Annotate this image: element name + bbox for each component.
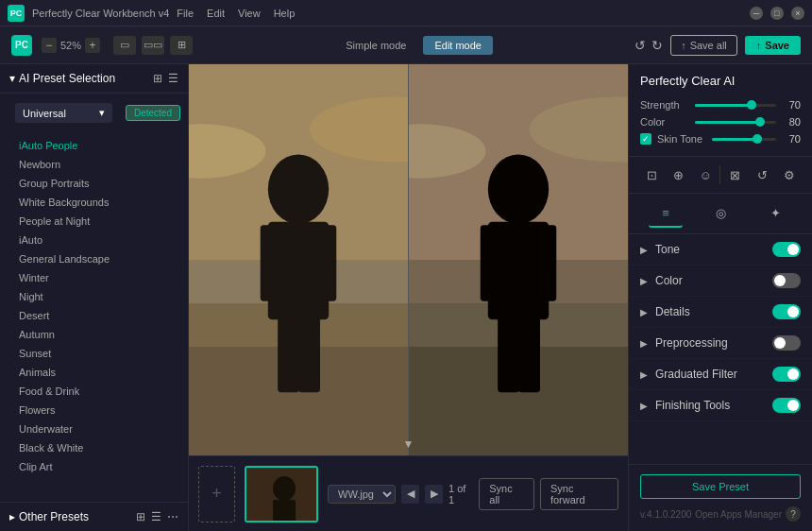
save-all-button[interactable]: ↑ Save all — [670, 35, 737, 56]
preprocessing-label: Preprocessing — [655, 336, 772, 350]
prev-image-button[interactable]: ◀ — [401, 485, 419, 504]
preset-item-white-backgrounds[interactable]: White Backgrounds — [0, 193, 188, 212]
sync-forward-button[interactable]: Sync forward — [540, 478, 618, 510]
split-view-button[interactable]: ▭▭ — [142, 36, 164, 55]
single-view-button[interactable]: ▭ — [113, 36, 136, 55]
preset-item-underwater[interactable]: Underwater — [0, 420, 188, 438]
skin-tone-slider[interactable] — [712, 138, 776, 141]
preset-item-black-white[interactable]: Black & White — [0, 438, 188, 457]
detected-button[interactable]: Detected — [126, 105, 180, 121]
details-row[interactable]: ▶ Details — [629, 297, 812, 328]
other-list-icon[interactable]: ☰ — [151, 510, 161, 523]
color-slider[interactable] — [695, 121, 776, 124]
graduated-filter-toggle[interactable] — [772, 367, 801, 382]
add-image-button[interactable]: + — [198, 466, 235, 522]
preset-item-food-drink[interactable]: Food & Drink — [0, 382, 188, 401]
original-image-placeholder — [189, 64, 408, 455]
help-button[interactable]: ? — [786, 506, 801, 522]
other-presets-section: ▸ Other Presets ⊞ ☰ ⋯ — [0, 502, 188, 531]
graduated-filter-row[interactable]: ▶ Graduated Filter — [629, 359, 812, 390]
preset-item-flowers[interactable]: Flowers — [0, 401, 188, 420]
expand-arrow-icon[interactable]: ▼ — [403, 437, 414, 451]
open-apps-manager-link[interactable]: Open Apps Manager — [695, 509, 782, 520]
strength-slider-thumb[interactable] — [747, 100, 756, 110]
preset-item-animals[interactable]: Animals — [0, 363, 188, 382]
save-preset-button[interactable]: Save Preset — [640, 474, 801, 499]
preset-item-people-at-night[interactable]: People at Night — [0, 212, 188, 231]
tone-row[interactable]: ▶ Tone — [629, 234, 812, 266]
list-view-icon[interactable]: ☰ — [168, 72, 178, 85]
sub-tab-sun[interactable]: ✦ — [758, 199, 792, 228]
undo-button[interactable]: ↺ — [634, 38, 646, 53]
edit-mode-button[interactable]: Edit mode — [423, 36, 493, 55]
preset-item-iauto-people[interactable]: iAuto People — [0, 136, 188, 155]
close-button[interactable]: × — [791, 7, 804, 20]
finishing-tools-toggle-knob — [787, 400, 799, 411]
color-slider-thumb[interactable] — [755, 117, 765, 127]
grid-view-icon[interactable]: ⊞ — [153, 72, 162, 85]
menu-edit[interactable]: Edit — [207, 8, 225, 19]
color-adj-row[interactable]: ▶ Color — [629, 266, 812, 297]
finishing-tools-arrow-icon: ▶ — [640, 401, 648, 411]
sub-tab-circle[interactable]: ◎ — [703, 199, 737, 228]
menu-view[interactable]: View — [238, 8, 261, 19]
zoom-in-button[interactable]: + — [85, 38, 100, 53]
color-label: Color — [640, 116, 689, 128]
svg-rect-26 — [273, 500, 296, 522]
color-toggle[interactable] — [772, 273, 801, 288]
redo-button[interactable]: ↻ — [651, 38, 663, 53]
finishing-tools-toggle[interactable] — [772, 398, 801, 413]
preset-dropdown[interactable]: Universal ▾ — [15, 103, 112, 123]
sync-all-button[interactable]: Sync all — [479, 478, 534, 510]
zoom-out-button[interactable]: − — [42, 38, 57, 53]
details-label: Details — [655, 305, 772, 318]
preset-item-sunset[interactable]: Sunset — [0, 344, 188, 363]
other-more-icon[interactable]: ⋯ — [167, 510, 178, 523]
filename-select[interactable]: WW.jpg — [328, 485, 396, 504]
skin-tone-thumb[interactable] — [753, 134, 762, 144]
compare-icon[interactable]: ⊠ — [723, 163, 748, 187]
save-button[interactable]: ↑ Save — [745, 36, 801, 55]
other-grid-icon[interactable]: ⊞ — [136, 510, 145, 523]
next-image-button[interactable]: ▶ — [425, 485, 443, 504]
preprocessing-row[interactable]: ▶ Preprocessing — [629, 328, 812, 359]
simple-mode-button[interactable]: Simple mode — [334, 36, 417, 55]
details-toggle[interactable] — [772, 304, 801, 319]
preset-item-newborn[interactable]: Newborn — [0, 155, 188, 174]
filmstrip-thumbnail[interactable] — [245, 466, 318, 522]
preset-item-clip-art[interactable]: Clip Art — [0, 457, 188, 476]
preset-selector-row: Universal ▾ Detected — [0, 94, 188, 132]
undo-redo-buttons: ↺ ↻ — [634, 38, 663, 53]
compare-view-button[interactable]: ⊞ — [170, 36, 193, 55]
preprocessing-toggle[interactable] — [772, 335, 801, 351]
preset-item-winter[interactable]: Winter — [0, 268, 188, 287]
preset-item-group-portraits[interactable]: Group Portraits — [0, 174, 188, 193]
other-presets-title: ▸ Other Presets — [9, 510, 89, 523]
strength-slider[interactable] — [695, 104, 776, 107]
maximize-button[interactable]: □ — [770, 7, 784, 20]
preset-item-iauto[interactable]: iAuto — [0, 231, 188, 249]
skin-tone-checkbox[interactable]: ✓ — [640, 133, 651, 145]
main-content: ▾ AI Preset Selection ⊞ ☰ Universal ▾ De… — [0, 64, 812, 531]
menu-file[interactable]: File — [177, 8, 194, 19]
adjustments-icon[interactable]: ⊡ — [639, 163, 664, 187]
preset-item-general-landscape[interactable]: General Landscape — [0, 249, 188, 268]
minimize-button[interactable]: ─ — [750, 7, 763, 20]
settings-icon[interactable]: ⚙ — [777, 163, 802, 187]
preset-item-desert[interactable]: Desert — [0, 306, 188, 325]
svg-point-18 — [488, 154, 549, 224]
filter-icon[interactable]: ☺ — [693, 163, 718, 187]
crop-icon[interactable]: ⊕ — [667, 163, 691, 187]
preset-item-autumn[interactable]: Autumn — [0, 325, 188, 344]
finishing-tools-row[interactable]: ▶ Finishing Tools — [629, 390, 812, 421]
svg-rect-10 — [278, 317, 299, 393]
other-presets-label: Other Presets — [19, 510, 89, 523]
tone-toggle[interactable] — [772, 242, 801, 257]
skin-tone-value: 70 — [782, 133, 801, 145]
sub-tab-sliders[interactable]: ≡ — [649, 199, 683, 228]
reset-icon[interactable]: ↺ — [750, 163, 774, 187]
sidebar-title: ▾ AI Preset Selection — [9, 72, 115, 85]
preset-item-night[interactable]: Night — [0, 287, 188, 306]
svg-rect-22 — [498, 317, 519, 393]
menu-help[interactable]: Help — [274, 8, 296, 19]
